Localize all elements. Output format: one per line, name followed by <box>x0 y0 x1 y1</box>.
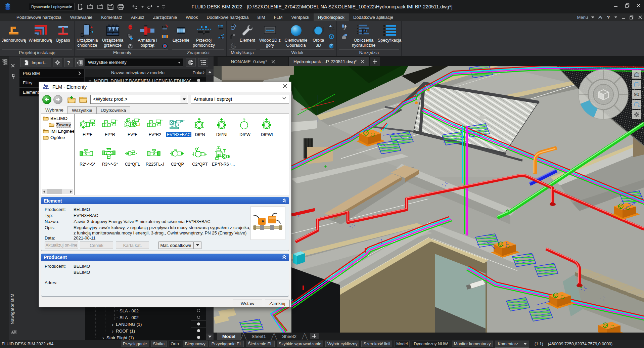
rotate-ccw-button[interactable] <box>632 80 641 89</box>
back-button[interactable] <box>42 95 51 104</box>
catalogue-item[interactable]: C2*QP <box>166 145 189 167</box>
chevron-expand-icon[interactable]: › <box>102 335 104 341</box>
cieniowanie-button[interactable]: Cieniowanie Gouraud'a <box>282 22 311 48</box>
catalogue-item[interactable]: R225FL-J <box>144 145 166 167</box>
copy-element-button[interactable] <box>127 33 134 40</box>
catalogue-item[interactable]: EV*R2 <box>144 116 166 137</box>
forward-button[interactable] <box>53 95 62 104</box>
expansion-vessel-button[interactable] <box>127 24 134 31</box>
combo-dropdown-button[interactable] <box>181 95 187 103</box>
panel-dock-button[interactable] <box>75 58 84 67</box>
tab-wszystkie[interactable]: Wszystkie <box>67 106 97 114</box>
minimize-window-button[interactable] <box>612 2 619 9</box>
heating-surface-button[interactable] <box>218 24 224 31</box>
status-toggle-button[interactable]: Biegunowy <box>183 341 208 347</box>
collapse-chevrons-icon[interactable] <box>282 255 286 259</box>
catalogue-item[interactable]: EV*R3+BAC <box>166 116 189 137</box>
insert-button[interactable]: Wstaw <box>233 300 262 307</box>
visibility-dot-icon[interactable] <box>197 309 200 312</box>
restore-window-button[interactable] <box>624 2 631 9</box>
layout-tab[interactable]: Sheet1 <box>246 333 271 340</box>
tree-row[interactable]: SLA - 002 <box>85 307 206 314</box>
radiator-button[interactable] <box>162 33 168 40</box>
open-folder-button[interactable] <box>79 95 88 103</box>
status-toggle-button[interactable]: Przyciąganie <box>121 341 149 347</box>
catalogue-item[interactable]: R2*-*-S* <box>76 145 99 167</box>
wheel-settings-button[interactable] <box>632 110 641 119</box>
structure-tree-icon[interactable] <box>2 59 7 65</box>
tree-row[interactable]: SLA - 002 <box>85 314 206 321</box>
pipe-connect-button[interactable] <box>218 33 224 40</box>
ribbon-tab[interactable]: Podstawowe narzędzia <box>12 13 66 21</box>
specyfikacja-button[interactable]: Specyfikacja <box>378 22 401 43</box>
status-toggle-button[interactable]: Dynamiczny NUW <box>412 341 450 347</box>
catalogue-item[interactable]: EV*F <box>121 116 144 137</box>
close-window-button[interactable] <box>635 2 642 9</box>
doc-tab-noname[interactable]: NONAME_0.dwg* <box>218 57 288 66</box>
urzadzenia-chlodnicze-button[interactable]: Urządzenia chłodnicze <box>75 22 100 48</box>
tab-uzytkownika[interactable]: Użytkownika <box>96 106 131 114</box>
element-panel-header[interactable]: Element <box>41 197 289 204</box>
panel-pin-icon[interactable] <box>12 74 15 79</box>
bypass-button[interactable]: Bypass <box>53 22 73 43</box>
scroll-right-icon[interactable] <box>68 189 73 194</box>
ribbon-tab[interactable]: Komentarz <box>97 13 127 21</box>
catalogue-item[interactable]: D6*W <box>234 116 256 137</box>
close-button[interactable]: Zamknij <box>265 300 290 307</box>
list-options-button[interactable] <box>198 58 208 67</box>
menu-dropdown[interactable]: Menu <box>577 15 588 20</box>
visibility-dot-icon[interactable] <box>197 336 200 339</box>
wireframe-cube-button[interactable] <box>328 33 335 40</box>
modify-pipe-button[interactable] <box>230 33 237 40</box>
status-toggle-button[interactable]: Model <box>394 341 410 347</box>
urzadzenia-grzewcze-button[interactable]: Urządzenia grzewcze <box>100 22 126 48</box>
tab-wybrane[interactable]: Wybrane <box>41 106 68 114</box>
status-toggle-button[interactable]: Szybkie wprowadzanie <box>277 341 323 347</box>
status-toggle-button[interactable]: Monitor komentarzy <box>452 341 493 347</box>
tree-node-imi[interactable]: IMI Engineering <box>41 128 74 134</box>
valve-insert-button[interactable] <box>162 24 168 31</box>
catalogue-item[interactable]: R3*-*-S* <box>99 145 121 167</box>
workspace-combo[interactable]: Rysowanie i opisywanie <box>29 3 75 10</box>
laczenie-button[interactable]: Łączenie <box>170 22 192 43</box>
producer-combo[interactable]: <Wybierz prod.> <box>90 95 188 104</box>
collapse-ribbon-icon[interactable] <box>597 15 603 20</box>
tree-node-zawory[interactable]: Zawory <box>41 122 74 128</box>
section-pliki-bim[interactable]: Pliki BIM <box>19 69 84 78</box>
close-tab-icon[interactable] <box>271 60 275 63</box>
new-tab-button[interactable] <box>370 57 380 66</box>
panel-settings-button[interactable] <box>53 58 62 67</box>
catalogue-item[interactable]: D6*N <box>189 116 211 137</box>
scroll-left-icon[interactable] <box>42 189 47 194</box>
ribbon-tab[interactable]: Widok <box>181 13 202 21</box>
armatura-button[interactable]: Armatura i osprzęt <box>135 22 159 48</box>
visibility-dot-icon[interactable] <box>197 322 200 325</box>
dialog-titlebar[interactable]: FLM - Elementy <box>39 82 291 92</box>
shade-mode-button[interactable] <box>328 24 335 31</box>
tools-settings-button[interactable] <box>341 24 348 31</box>
przekroj-button[interactable]: Przekrój pomocniczy <box>192 22 216 48</box>
element-info-button[interactable]: ? <box>127 43 134 49</box>
new-file-button[interactable] <box>76 2 85 11</box>
ribbon-tab[interactable]: FLM <box>270 13 287 21</box>
ribbon-tab[interactable]: BIM <box>253 13 269 21</box>
karta-kat-button[interactable]: Karta kat. <box>116 242 149 249</box>
tree-header[interactable]: Nazwa odczytana z modelu Pokaż <box>85 69 206 77</box>
orbita-button[interactable]: Orbita 3D <box>310 22 326 48</box>
catalogue-item[interactable]: EP*R <box>99 116 121 137</box>
add-layout-button[interactable] <box>310 333 319 339</box>
modify-rotate-button[interactable]: 90 <box>230 43 237 49</box>
elements-filter-combo[interactable]: Wszystkie elementy <box>85 58 183 67</box>
status-toggle-button[interactable]: Śledzenie EL <box>246 341 275 347</box>
scroll-down-icon[interactable] <box>206 334 214 340</box>
catalogue-item[interactable]: EP*F <box>76 116 99 137</box>
close-tab-icon[interactable] <box>361 60 364 63</box>
rotate-angle-value[interactable]: 90 <box>632 90 641 99</box>
layout-tab[interactable]: Sheet2 <box>277 333 302 340</box>
rotate-cw-button[interactable] <box>632 100 641 109</box>
pump-button[interactable] <box>162 43 168 49</box>
catalogue-item[interactable]: C2*QPT <box>189 145 211 167</box>
dialog-close-button[interactable] <box>283 84 287 88</box>
visibility-dot-icon[interactable] <box>197 329 200 332</box>
shade-toggle-button[interactable] <box>186 58 196 67</box>
